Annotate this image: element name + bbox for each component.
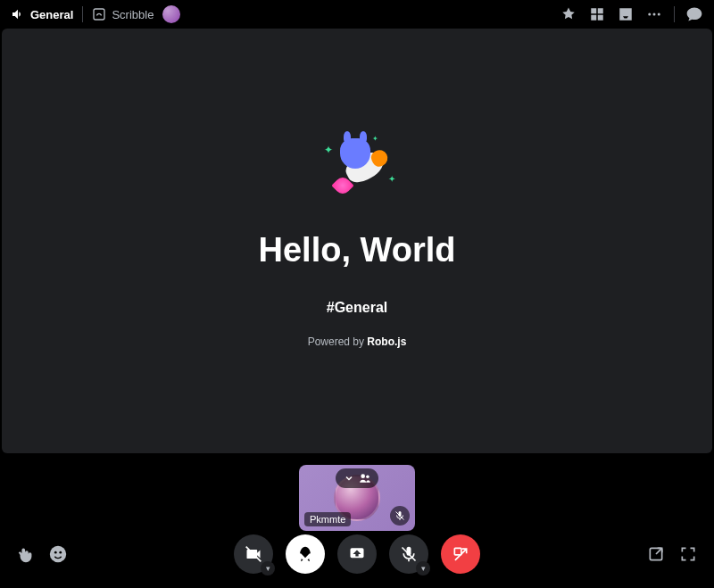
svg-rect-17 <box>454 548 461 555</box>
svg-point-7 <box>658 13 660 16</box>
svg-point-8 <box>361 474 365 478</box>
svg-point-11 <box>50 546 66 562</box>
inbox-icon[interactable] <box>617 5 635 23</box>
chevron-down-icon[interactable] <box>341 470 357 486</box>
camera-off-button[interactable]: ▾ <box>234 534 273 574</box>
stage-title: Hello, World <box>259 231 456 269</box>
more-icon[interactable] <box>645 5 663 23</box>
activity-stage: ✦ ✦ ✦ Hello, World #General Powered by R… <box>2 29 712 453</box>
chevron-down-icon[interactable]: ▾ <box>261 561 275 576</box>
chevron-down-icon[interactable]: ▾ <box>416 561 430 576</box>
divider <box>674 6 675 22</box>
channel-name: General <box>30 8 73 21</box>
svg-point-5 <box>648 13 651 16</box>
speaker-icon <box>11 7 25 21</box>
controls-right <box>646 544 698 564</box>
leave-call-button[interactable] <box>441 534 480 574</box>
svg-rect-3 <box>591 15 596 21</box>
svg-rect-4 <box>598 15 603 21</box>
people-icon[interactable] <box>357 470 373 486</box>
controls-center: ▾ ▾ <box>234 534 480 574</box>
activities-button[interactable] <box>286 534 325 574</box>
svg-point-13 <box>59 551 62 554</box>
bottom-area: Pkmmte ▾ ▾ <box>0 454 714 588</box>
powered-name: Robo.js <box>367 335 406 348</box>
chat-icon[interactable] <box>685 5 703 23</box>
topbar-right <box>560 5 703 23</box>
user-avatar-small[interactable] <box>162 5 180 23</box>
grid-icon[interactable] <box>588 5 606 23</box>
divider <box>82 6 83 22</box>
top-bar: General Scribble <box>0 0 714 29</box>
share-screen-button[interactable] <box>337 534 377 574</box>
wave-reaction-icon[interactable] <box>16 544 36 564</box>
stage-channel-tag: #General <box>327 300 387 316</box>
controls-left <box>16 544 68 564</box>
topbar-left: General Scribble <box>11 5 180 23</box>
rocket-boost-icon[interactable] <box>560 5 577 23</box>
voice-channel-general[interactable]: General <box>11 7 73 21</box>
svg-point-6 <box>653 13 656 16</box>
svg-point-12 <box>54 551 57 554</box>
activity-name: Scribble <box>112 8 154 21</box>
participant-name-label: Pkmmte <box>304 512 351 526</box>
tile-overlay-controls[interactable] <box>336 468 378 488</box>
participant-tile[interactable]: Pkmmte <box>299 465 415 531</box>
powered-prefix: Powered by <box>308 335 368 348</box>
call-controls-bar: ▾ ▾ <box>0 534 714 574</box>
wumpus-rocket-illustration: ✦ ✦ ✦ <box>317 135 397 206</box>
activity-icon <box>92 7 106 21</box>
mute-mic-button[interactable]: ▾ <box>389 534 428 574</box>
svg-point-9 <box>366 476 369 479</box>
activity-scribble[interactable]: Scribble <box>92 7 154 21</box>
svg-rect-2 <box>598 8 603 13</box>
muted-badge-icon <box>390 506 410 526</box>
fullscreen-icon[interactable] <box>678 544 698 564</box>
popout-icon[interactable] <box>646 544 666 564</box>
emoji-reaction-icon[interactable] <box>48 544 68 564</box>
powered-by: Powered by Robo.js <box>308 335 407 348</box>
svg-rect-1 <box>591 8 596 13</box>
